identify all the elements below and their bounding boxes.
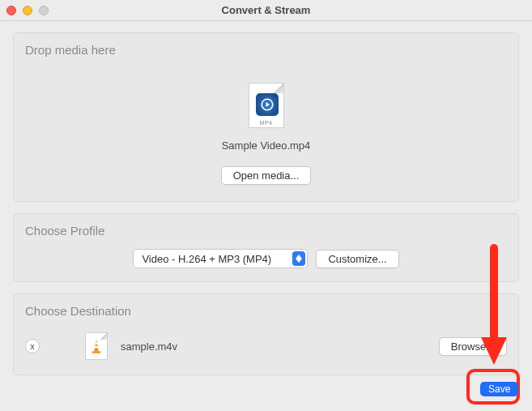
media-file-name: Sample Video.mp4 [222,139,311,152]
clear-destination-button[interactable]: x [25,339,40,353]
customize-button[interactable]: Customize... [316,250,398,268]
drop-area[interactable]: MP4 Sample Video.mp4 Open media... [25,63,507,191]
svg-marker-4 [94,339,98,351]
save-button[interactable]: Save [480,382,518,396]
destination-file-icon [85,332,108,360]
media-file-icon: MP4 [249,83,284,128]
destination-row: x sample.m4v Browse... [25,324,507,365]
profile-selected-label: Video - H.264 + MP3 (MP4) [142,253,292,265]
svg-rect-6 [94,346,99,348]
vlc-cone-icon [91,338,102,354]
browse-button[interactable]: Browse... [439,337,507,356]
drop-heading: Drop media here [25,43,507,57]
quicktime-icon [256,93,279,116]
minimize-window-button[interactable] [23,6,32,15]
profile-panel: Choose Profile Video - H.264 + MP3 (MP4)… [13,213,519,282]
file-type-label: MP4 [249,120,283,126]
select-arrows-icon [292,251,305,266]
svg-marker-3 [296,259,302,263]
destination-file-name: sample.m4v [121,340,177,353]
svg-rect-5 [95,343,98,345]
drop-panel: Drop media here MP4 Sample Video.mp4 Ope… [13,32,519,202]
profile-heading: Choose Profile [25,224,507,238]
titlebar: Convert & Stream [0,0,532,21]
content: Drop media here MP4 Sample Video.mp4 Ope… [0,21,532,398]
open-media-button[interactable]: Open media... [221,166,312,185]
destination-heading: Choose Destination [25,304,507,318]
svg-marker-1 [266,102,270,107]
close-window-button[interactable] [6,6,16,15]
zoom-window-button[interactable] [39,6,49,15]
profile-row: Video - H.264 + MP3 (MP4) Customize... [25,244,507,272]
svg-rect-7 [92,351,101,353]
profile-select[interactable]: Video - H.264 + MP3 (MP4) [133,249,308,268]
traffic-lights [6,6,49,15]
destination-panel: Choose Destination x sample.m4v Browse..… [13,293,519,375]
window-title: Convert & Stream [0,4,532,16]
